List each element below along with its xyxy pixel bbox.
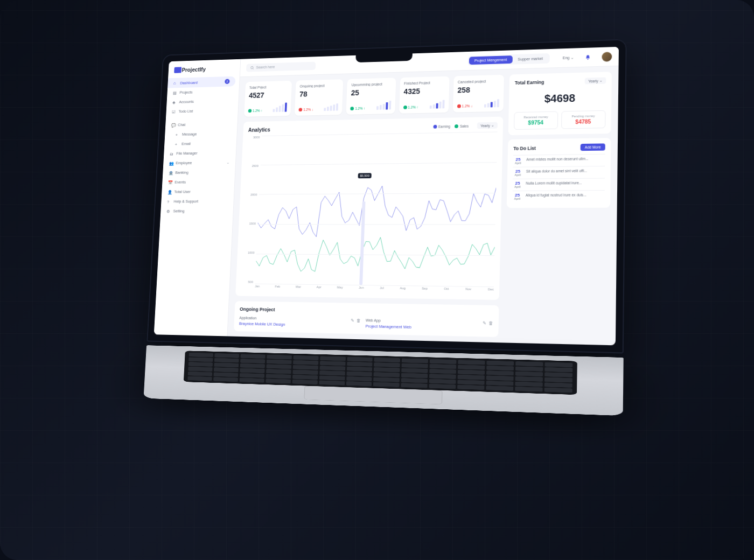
delta-indicator: 1.2% ↑ [248, 109, 263, 113]
nav-icon: ? [167, 199, 171, 204]
search-icon [250, 66, 254, 70]
nav-icon: ▤ [173, 90, 177, 95]
nav-icon: + [175, 142, 179, 146]
badge: 2 [225, 79, 229, 85]
ongoing-projects-card: Ongoing Project ApplicationBraynice Mobi… [234, 301, 499, 337]
nav-icon: + [176, 132, 179, 137]
logo-mark-icon [174, 67, 180, 73]
workspace-tabs: Project MengementSupper market [468, 53, 550, 66]
sidebar-item-employee[interactable]: 👥Employee⌄ [163, 157, 236, 167]
mini-bars-icon [273, 103, 288, 113]
edit-icon[interactable]: ✎ [483, 320, 486, 325]
mini-bars-icon [484, 97, 499, 107]
delete-icon[interactable]: 🗑 [356, 318, 360, 323]
sidebar-item-file-manager[interactable]: 🗂File Manager [164, 148, 236, 158]
delta-indicator: 1.2% ↓ [457, 104, 473, 108]
nav-icon: 📅 [168, 180, 172, 185]
search-placeholder: Search here [256, 65, 275, 69]
brand-name: ProjectIfy [181, 66, 206, 73]
todo-item[interactable]: 25AprilAmet mistes mollit non deserunt u… [513, 154, 605, 167]
delta-indicator: 1.2% ↑ [403, 105, 418, 109]
stat-card-upcomming-project: Upcomming project 25 1.2% ↑ [346, 78, 396, 114]
mini-bars-icon [324, 101, 339, 111]
todo-card: To Do List Add More 25AprilAmet mistes m… [507, 138, 611, 208]
todo-title: To Do List [513, 145, 536, 151]
ongoing-item[interactable]: ApplicationBraynice Mobile UX Design✎🗑 [239, 316, 361, 328]
nav-icon: 👥 [169, 161, 173, 165]
todo-item[interactable]: 25AprilAliqua id fugiat nostrud irure ex… [512, 190, 605, 202]
sidebar-item-setting[interactable]: ⚙Setting [160, 206, 233, 216]
bell-icon[interactable] [585, 54, 590, 60]
pending-money-box: Pending money $4785 [561, 110, 605, 129]
nav-icon: ⌂ [173, 81, 177, 85]
tab-supper-market[interactable]: Supper market [512, 54, 548, 64]
delta-indicator: 1.2% ↑ [351, 107, 366, 110]
chevron-down-icon: ⌄ [599, 79, 603, 83]
nav-icon: 💬 [171, 123, 175, 127]
stat-card-finished-project: Finished Project 4325 1.2% ↑ [399, 76, 450, 114]
sidebar-item-email[interactable]: +Email [164, 138, 236, 149]
analytics-chart: 30002500200015001000500 $5,500 JanFebMar… [241, 132, 498, 295]
avatar[interactable] [602, 52, 612, 62]
analytics-title: Analytics [248, 127, 270, 132]
backdrop: ProjectIfy ⌂Dashboard2▤Projects◈Accounts… [0, 0, 754, 560]
mini-bars-icon [376, 100, 391, 110]
earning-range-dropdown[interactable]: Yearly ⌄ [585, 77, 606, 84]
language-selector[interactable]: Eng ⌄ [563, 55, 574, 60]
stat-card-total-prject: Total Prject 4527 1.2% ↑ [244, 81, 292, 117]
tab-project-mengement[interactable]: Project Mengement [469, 55, 513, 65]
edit-icon[interactable]: ✎ [351, 318, 354, 323]
nav-icon: ◈ [172, 100, 176, 104]
chart-legend: EarningSales [433, 124, 469, 128]
screen: ProjectIfy ⌂Dashboard2▤Projects◈Accounts… [154, 47, 619, 345]
nav-icon: 🏦 [169, 171, 173, 175]
nav-icon: ⚙ [166, 209, 171, 213]
analytics-card: Analytics EarningSales Yearly ⌄ 30002500… [235, 117, 503, 300]
delete-icon[interactable]: 🗑 [488, 321, 493, 326]
earning-amount: $4698 [514, 87, 606, 113]
nav-icon: 🗂 [170, 151, 174, 156]
sidebar-item-help-&-support[interactable]: ?Help & Support [161, 197, 234, 207]
received-money-box: Received money $9754 [514, 111, 558, 130]
sidebar: ProjectIfy ⌂Dashboard2▤Projects◈Accounts… [154, 59, 241, 337]
ongoing-item[interactable]: Web AppProject Management Web✎🗑 [365, 318, 493, 331]
stats-row: Total Prject 4527 1.2% ↑ Ongoing project… [244, 75, 504, 117]
sidebar-item-message[interactable]: +Message [165, 129, 237, 139]
legend-sales: Sales [455, 124, 469, 128]
stat-card-ongoing-project: Ongoing project 78 1.2% ↓ [295, 79, 344, 116]
nav-icon: 👤 [167, 190, 172, 194]
svg-point-0 [251, 66, 253, 68]
mini-bars-icon [430, 99, 445, 109]
earning-title: Total Earning [515, 80, 544, 86]
nav-icon: ☑ [172, 109, 176, 114]
sidebar-item-banking[interactable]: 🏦Banking [163, 167, 235, 177]
delta-indicator: 1.2% ↓ [299, 108, 313, 111]
chevron-down-icon: ⌄ [570, 55, 574, 60]
chevron-down-icon: ⌄ [491, 123, 494, 128]
chevron-down-icon: ⌄ [227, 160, 230, 165]
todo-item[interactable]: 25AprilNulla Lorem mollit cupidatat irur… [513, 178, 605, 191]
add-todo-button[interactable]: Add More [580, 143, 605, 151]
ongoing-title: Ongoing Project [240, 306, 493, 316]
sidebar-item-events[interactable]: 📅Events [162, 177, 235, 187]
sidebar-item-total-user[interactable]: 👤Total User [162, 186, 234, 197]
total-earning-card: Total Earning Yearly ⌄ $4698 Rece [508, 72, 612, 135]
laptop-mockup: ProjectIfy ⌂Dashboard2▤Projects◈Accounts… [139, 39, 626, 491]
stat-card-canceled-project: Canceled project 258 1.2% ↓ [453, 75, 505, 113]
search-input[interactable]: Search here [246, 61, 316, 72]
todo-item[interactable]: 25AprilSit aliqua dolor do amet sint vel… [513, 166, 605, 179]
analytics-range-dropdown[interactable]: Yearly ⌄ [477, 122, 498, 129]
chart-tooltip: $5,500 [358, 173, 372, 178]
legend-earning: Earning [433, 124, 450, 128]
